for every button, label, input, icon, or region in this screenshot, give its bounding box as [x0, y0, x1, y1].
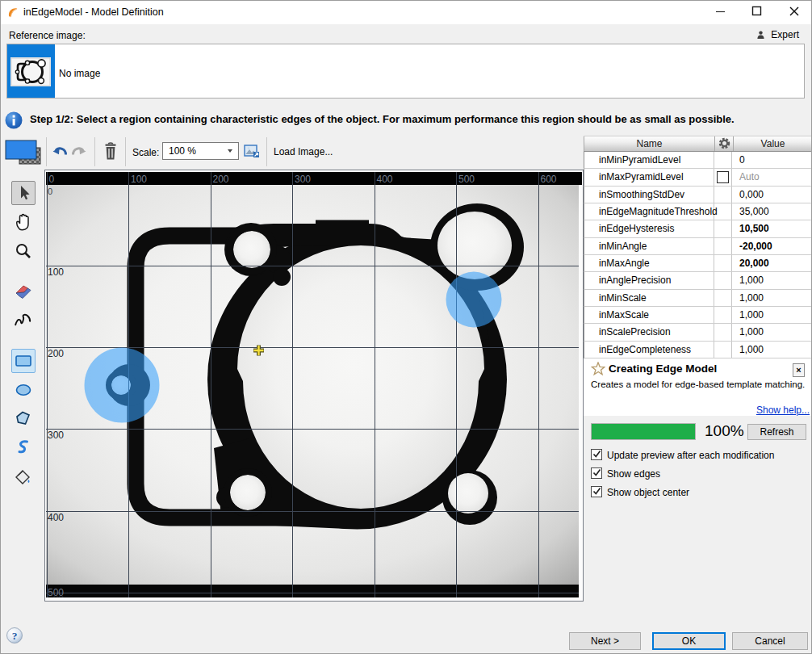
- svg-text:0: 0: [49, 174, 55, 185]
- svg-text:200: 200: [213, 174, 229, 185]
- svg-text:100: 100: [48, 266, 64, 278]
- svg-text:100: 100: [131, 174, 147, 185]
- svg-text:600: 600: [541, 174, 557, 185]
- svg-text:?: ?: [12, 630, 18, 642]
- svg-text:300: 300: [295, 174, 311, 185]
- svg-text:300: 300: [48, 430, 64, 441]
- svg-text:0: 0: [48, 187, 52, 196]
- svg-text:500: 500: [458, 174, 475, 185]
- svg-text:500: 500: [48, 587, 64, 598]
- svg-text:200: 200: [48, 348, 64, 359]
- svg-text:400: 400: [377, 174, 393, 185]
- svg-text:400: 400: [48, 512, 64, 523]
